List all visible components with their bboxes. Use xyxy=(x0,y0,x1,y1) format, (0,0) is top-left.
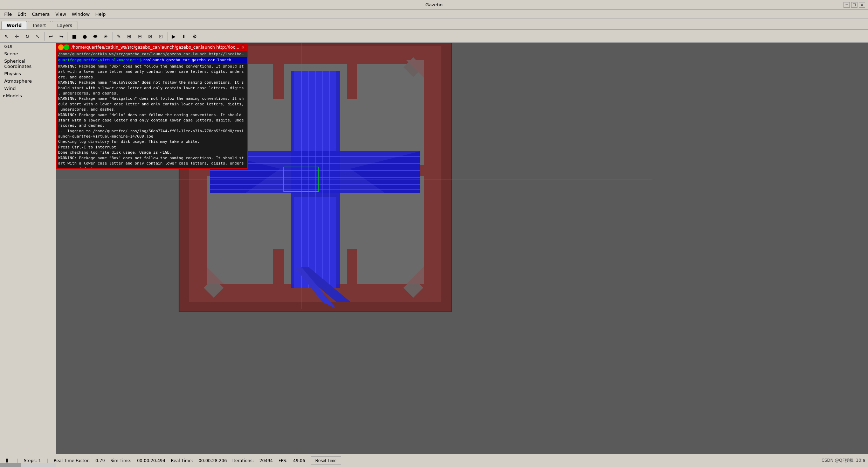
rotate-tool-button[interactable]: ↻ xyxy=(22,32,32,41)
watermark: CSDN @QF授权, 10:a xyxy=(821,458,865,463)
menu-file[interactable]: File xyxy=(1,11,15,18)
menu-view[interactable]: View xyxy=(53,11,69,18)
translate-tool-button[interactable]: ✛ xyxy=(12,32,22,41)
tab-layers[interactable]: Layers xyxy=(52,21,77,29)
app-title: Gazebo xyxy=(425,2,442,7)
toolbar: ↖ ✛ ↻ ⤡ ↩ ↪ ■ ● ⬬ ☀ ✎ ⊞ ⊟ ⊠ ⊡ ▶ ⏸ ⚙ xyxy=(0,30,868,43)
svg-rect-12 xyxy=(273,249,284,302)
3d-viewport[interactable]: 启动gazebo仿真环境 /home/quartfee/catkin_ws/sr… xyxy=(56,43,868,454)
separator-3 xyxy=(112,32,112,41)
status-sep-1: | xyxy=(17,458,18,463)
terminal-maximize-button[interactable] xyxy=(64,44,69,50)
separator-2 xyxy=(68,32,68,41)
terminal-current-command: quartfee@quartfee-virtual-machine:~$ ros… xyxy=(57,57,247,63)
maximize-button[interactable]: □ xyxy=(851,2,857,8)
svg-rect-13 xyxy=(347,249,357,302)
light-button[interactable]: ☀ xyxy=(101,32,111,41)
tab-world[interactable]: World xyxy=(1,21,27,29)
status-sep-2: | xyxy=(47,458,48,463)
tab-bar: World Insert Layers xyxy=(0,19,868,30)
fps-value: 49.06 xyxy=(293,458,305,463)
status-bar: ⏸ | Steps: 1 | Real Time Factor: 0.79 Si… xyxy=(0,454,868,467)
main-content: GUI Scene Spherical Coordinates Physics … xyxy=(0,43,868,454)
left-panel: GUI Scene Spherical Coordinates Physics … xyxy=(0,43,56,454)
box-button[interactable]: ■ xyxy=(69,32,79,41)
panel-item-scene[interactable]: Scene xyxy=(0,50,56,57)
terminal-prompt: quartfee@quartfee-virtual-machine:~$ xyxy=(58,58,142,62)
terminal-close-button[interactable]: × xyxy=(240,44,246,50)
toggle2-button[interactable]: ⊠ xyxy=(145,32,155,41)
window-controls: − □ × xyxy=(843,2,865,8)
close-button[interactable]: × xyxy=(859,2,865,8)
fps-label: FPS: xyxy=(278,458,288,463)
play-button[interactable]: ▶ xyxy=(169,32,179,41)
terminal-body: /home/quartfee/catkin_ws/src/gazebo_car/… xyxy=(57,51,247,168)
iterations-label: Iterations: xyxy=(233,458,254,463)
menu-bar: File Edit Camera View Window Help xyxy=(0,10,868,19)
menu-camera[interactable]: Camera xyxy=(29,11,53,18)
toggle1-button[interactable]: ⊟ xyxy=(135,32,145,41)
measure-button[interactable]: ⊞ xyxy=(124,32,134,41)
undo-button[interactable]: ↩ xyxy=(46,32,56,41)
separator-4 xyxy=(167,32,167,41)
terminal-title-bar[interactable]: /home/quartfee/catkin_ws/src/gazebo_car/… xyxy=(57,43,247,51)
panel-item-physics[interactable]: Physics xyxy=(0,70,56,77)
realtime-factor-label: Real Time Factor: xyxy=(54,458,90,463)
terminal-output: WARNING: Package name "Box" does not fol… xyxy=(57,63,247,168)
cylinder-button[interactable]: ⬬ xyxy=(90,32,100,41)
svg-rect-10 xyxy=(273,46,284,99)
simtime-label: Sim Time: xyxy=(110,458,131,463)
terminal-title-text: /home/quartfee/catkin_ws/src/gazebo_car/… xyxy=(71,45,240,50)
menu-edit[interactable]: Edit xyxy=(15,11,29,18)
panel-item-atmosphere[interactable]: Atmosphere xyxy=(0,77,56,85)
sphere-button[interactable]: ● xyxy=(80,32,90,41)
scale-tool-button[interactable]: ⤡ xyxy=(33,32,43,41)
iterations-value: 20494 xyxy=(260,458,273,463)
svg-rect-11 xyxy=(347,46,357,99)
separator-1 xyxy=(44,32,44,41)
panel-item-spherical[interactable]: Spherical Coordinates xyxy=(0,57,56,70)
tab-insert[interactable]: Insert xyxy=(28,21,51,29)
realtime-label: Real Time: xyxy=(171,458,193,463)
pause-button[interactable]: ⏸ xyxy=(179,32,189,41)
terminal-minimize-button[interactable] xyxy=(58,44,64,50)
menu-window[interactable]: Window xyxy=(69,11,92,18)
panel-item-gui[interactable]: GUI xyxy=(0,43,56,50)
terminal-window: /home/quartfee/catkin_ws/src/gazebo_car/… xyxy=(56,43,248,169)
steps-label: Steps: 1 xyxy=(24,458,41,463)
terminal-command: roslaunch gazebo_car gazebo_car.launch xyxy=(143,58,231,62)
realtime-value: 00:00:28.206 xyxy=(199,458,227,463)
simtime-value: 00:00:20.494 xyxy=(137,458,165,463)
select-tool-button[interactable]: ↖ xyxy=(1,32,11,41)
terminal-prev-command: /home/quartfee/catkin_ws/src/gazebo_car/… xyxy=(57,51,247,57)
panel-item-wind[interactable]: Wind xyxy=(0,85,56,92)
menu-help[interactable]: Help xyxy=(92,11,109,18)
draw-mode-button[interactable]: ✎ xyxy=(114,32,124,41)
panel-item-models[interactable]: Models xyxy=(0,92,56,99)
realtime-factor-value: 0.79 xyxy=(96,458,105,463)
snap-button[interactable]: ⊡ xyxy=(156,32,166,41)
minimize-button[interactable]: − xyxy=(843,2,850,8)
title-bar: Gazebo − □ × xyxy=(0,0,868,10)
reset-time-button[interactable]: Reset Time xyxy=(311,456,341,465)
options-button[interactable]: ⚙ xyxy=(190,32,200,41)
redo-button[interactable]: ↪ xyxy=(56,32,66,41)
